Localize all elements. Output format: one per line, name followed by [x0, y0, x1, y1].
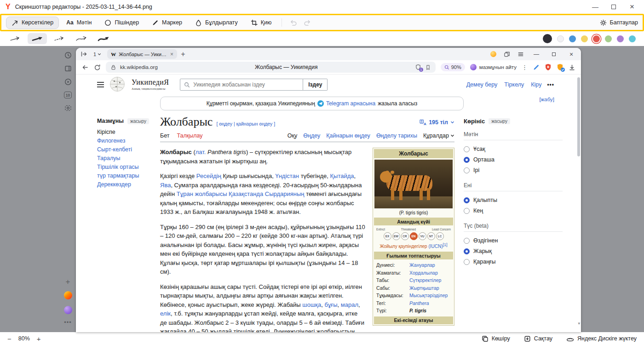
toc-item[interactable]: Кіріспе — [97, 128, 160, 137]
article-link[interactable]: Ява — [160, 182, 171, 189]
browser-close-icon[interactable]: × — [566, 51, 576, 58]
upload-button[interactable]: Яндекс Дискіге жүктеу — [566, 335, 637, 342]
history-icon[interactable] — [64, 52, 72, 59]
close-button[interactable]: × — [623, 2, 641, 12]
banner-close-link[interactable]: [жабу] — [539, 97, 554, 102]
taxonomy-value[interactable]: Хордалылар — [409, 269, 451, 277]
wiki-header-link[interactable]: Кіру — [531, 81, 541, 88]
page-tab[interactable]: Талқылау — [177, 132, 202, 139]
header-more-icon[interactable]: ••• — [547, 81, 554, 88]
appearance-option[interactable]: Өздігінен — [464, 236, 563, 246]
scroll-down-icon[interactable]: ▾ — [578, 321, 580, 326]
extension-icon[interactable] — [490, 51, 496, 57]
screenshot-tool-icon[interactable] — [64, 104, 72, 112]
tab-counter-badge[interactable]: 10 — [64, 92, 72, 98]
arrow-style-dashed[interactable] — [50, 33, 69, 44]
maximize-button[interactable] — [604, 3, 623, 11]
telegram-link[interactable]: Telegram арнасына — [326, 100, 375, 107]
article-link[interactable]: марал — [341, 301, 358, 308]
appearance-option[interactable]: Ұсақ — [464, 144, 563, 155]
search-input-box[interactable] — [180, 79, 303, 91]
appearance-option[interactable]: Қараңғы — [464, 257, 563, 267]
arrow-style-curved-thin[interactable] — [72, 33, 91, 44]
article-link[interactable]: Ресейдің — [196, 172, 221, 179]
color-swatch[interactable] — [617, 35, 624, 42]
toc-item[interactable]: Сырт-келбеті — [97, 145, 160, 154]
page-tab[interactable]: Құралдар — [423, 132, 454, 139]
windows-panel-icon[interactable] — [504, 51, 510, 58]
hamburger-menu-icon[interactable] — [97, 82, 104, 87]
scrollbar-thumb[interactable] — [577, 77, 580, 156]
arrow-style-straight-bold[interactable] — [28, 33, 47, 44]
tool-shapes-button[interactable]: Пішіндер — [99, 17, 144, 29]
toc-item[interactable]: түр тармақтары — [97, 172, 160, 180]
wiki-header-link[interactable]: Демеу беру — [466, 81, 498, 88]
wiki-header-link[interactable]: Тіркелу — [504, 81, 524, 88]
alice-icon[interactable] — [64, 306, 72, 314]
article-link[interactable]: Қытайда — [330, 172, 354, 179]
add-icon[interactable]: + — [66, 277, 70, 287]
taxonomy-value[interactable]: Жыртқыштар — [409, 284, 451, 292]
article-link[interactable]: елік — [160, 310, 171, 317]
color-swatch[interactable] — [543, 34, 552, 43]
toc-item[interactable]: Тіршілік ортасы — [97, 163, 160, 172]
color-swatch[interactable] — [557, 35, 564, 42]
browser-tab[interactable]: W Жолбарыс — Уикипедия × — [107, 49, 177, 59]
settings-button[interactable]: Баптаулар — [600, 19, 638, 26]
zoom-in-button[interactable]: + — [37, 335, 41, 343]
appearance-hide-button[interactable]: жасыру — [489, 118, 510, 124]
appearance-option[interactable]: Қалыпты — [464, 195, 563, 206]
arrow-style-straight-thin[interactable] — [6, 33, 25, 44]
article-link[interactable]: бұғы — [325, 301, 338, 308]
wikipedia-wordmark[interactable]: УикипедиЯ Ашық энциклопедиясы — [132, 79, 169, 90]
read-aloud-button[interactable]: мазмұнын айту — [470, 64, 517, 70]
article-link[interactable]: шошқа — [302, 301, 321, 308]
arrow-style-curved-bold[interactable] — [94, 33, 113, 44]
color-swatch[interactable] — [569, 35, 576, 42]
more-options-icon[interactable]: ⋮ — [522, 64, 528, 71]
page-tab[interactable]: Қайнарын өңдеу — [326, 132, 370, 139]
page-tab[interactable]: Өңдеу — [303, 132, 320, 139]
browser-minimize-icon[interactable]: — — [531, 51, 541, 58]
color-swatch[interactable] — [581, 35, 588, 42]
minimize-button[interactable]: — — [586, 3, 604, 11]
title-edit-links[interactable]: [ өңдеу | қайнарын өңдеу ] — [216, 121, 275, 126]
language-selector[interactable]: A 195 тіл — [420, 119, 454, 126]
page-tab[interactable]: Бет — [160, 132, 169, 139]
tab-count-button[interactable]: 1 — [91, 51, 104, 58]
article-link[interactable]: Тұран жолбарысы — [177, 190, 227, 197]
toc-hide-button[interactable]: жасыру — [127, 118, 149, 124]
iucn-link[interactable]: (IUCN) — [428, 244, 443, 249]
tool-text-button[interactable]: АаМәтін — [61, 17, 97, 29]
tool-crop-button[interactable]: Қию — [245, 17, 277, 29]
taxonomy-value[interactable]: Мысықтәрізділер — [409, 292, 451, 299]
toc-item[interactable]: Филогенез — [97, 137, 160, 145]
yandex-ball-icon[interactable] — [64, 291, 72, 299]
search-button[interactable]: Іздеу — [303, 79, 328, 91]
panels-icon[interactable] — [64, 65, 72, 72]
bookmark-icon[interactable] — [425, 64, 431, 70]
appearance-option[interactable]: Орташа — [464, 155, 563, 165]
adblock-shield-icon[interactable] — [545, 63, 552, 71]
color-swatch[interactable] — [593, 35, 600, 42]
new-tab-button[interactable]: + — [181, 51, 185, 58]
search-input[interactable] — [193, 81, 299, 88]
reload-icon[interactable] — [94, 64, 101, 71]
color-swatch[interactable] — [605, 35, 612, 42]
tab-panel-toggle-icon[interactable] — [80, 51, 87, 58]
play-icon[interactable] — [64, 78, 72, 86]
browser-menu-icon[interactable] — [518, 51, 524, 58]
appearance-option[interactable]: Ірі — [464, 165, 563, 176]
more-icon[interactable]: ••• — [64, 319, 72, 326]
article-link[interactable]: Сырдарияның — [265, 190, 305, 197]
appearance-option[interactable]: Кең — [464, 206, 563, 216]
article-link[interactable]: Үндістан — [275, 172, 299, 179]
page-zoom-badge[interactable]: 90% — [441, 63, 465, 71]
tab-close-icon[interactable]: × — [170, 51, 173, 58]
security-shield-icon[interactable] — [557, 63, 564, 71]
taxonomy-value[interactable]: Сүтқоректілер — [409, 276, 451, 284]
copy-button[interactable]: Көшіру — [482, 335, 510, 342]
color-swatch[interactable] — [629, 35, 636, 42]
url-box[interactable]: kk.wikipedia.org Жолбарыс — Уикипедия 1 — [106, 62, 436, 73]
taxonomy-value[interactable]: Жануарлар — [409, 261, 451, 269]
